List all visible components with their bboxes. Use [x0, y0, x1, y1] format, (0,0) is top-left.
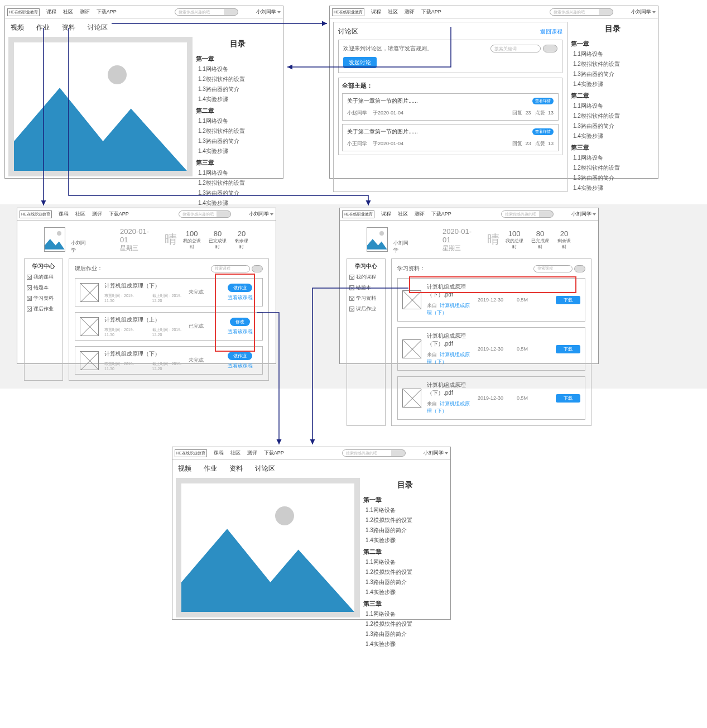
nav-courses[interactable]: 课程 — [59, 210, 69, 218]
toc-item[interactable]: 1.1网络设备 — [198, 117, 280, 125]
toc-item[interactable]: 1.4实验步骤 — [198, 147, 280, 155]
toc-item[interactable]: 1.4实验步骤 — [573, 132, 655, 140]
course-search-input[interactable]: 搜索课程 — [533, 265, 573, 272]
top-search[interactable]: 搜索你感兴趣的吧 — [550, 8, 613, 16]
view-course-link[interactable]: 查看该课程 — [222, 328, 258, 336]
search-button[interactable] — [391, 449, 406, 457]
top-search[interactable]: 搜索你感兴趣的吧 — [175, 8, 238, 16]
do-homework-button[interactable]: 做作业 — [228, 284, 252, 292]
nav-community[interactable]: 社区 — [388, 8, 398, 16]
toc-item[interactable]: 1.3路由器的简介 — [365, 526, 447, 534]
toc-item[interactable]: 1.3路由器的简介 — [198, 189, 280, 197]
view-detail-button[interactable]: 查看详情 — [532, 98, 554, 104]
video-placeholder[interactable] — [176, 478, 360, 617]
download-button[interactable]: 下载 — [556, 296, 580, 304]
toc-item[interactable]: 1.2模拟软件的设置 — [365, 620, 447, 628]
nav-courses[interactable]: 课程 — [214, 449, 224, 457]
toc-item[interactable]: 1.1网络设备 — [198, 169, 280, 177]
toc-item[interactable]: 1.2模拟软件的设置 — [198, 179, 280, 187]
toc-item[interactable]: 1.2模拟软件的设置 — [573, 60, 655, 68]
nav-download[interactable]: 下载APP — [109, 210, 129, 218]
nav-test[interactable]: 测评 — [415, 210, 425, 218]
nav-test[interactable]: 测评 — [247, 449, 257, 457]
toc-item[interactable]: 1.1网络设备 — [365, 558, 447, 566]
course-search[interactable]: 搜索课程 — [533, 265, 585, 272]
toc-item[interactable]: 1.4实验步骤 — [573, 184, 655, 192]
study-nav-item[interactable]: 学习资料 — [349, 295, 383, 302]
do-homework-button[interactable]: 修改 — [230, 318, 250, 326]
search-button[interactable] — [224, 8, 238, 16]
thread[interactable]: 关于第二章第一节的图片......查看详情 小王同学 于2020-01-04 回… — [342, 124, 559, 151]
nav-community[interactable]: 社区 — [230, 449, 241, 457]
toc-chapter-head[interactable]: 第二章 — [571, 92, 655, 100]
toc-chapter-head[interactable]: 第二章 — [196, 107, 280, 115]
study-nav-item[interactable]: 错题本 — [349, 284, 383, 291]
user-menu[interactable]: 小刘同学 — [256, 8, 281, 16]
toc-item[interactable]: 1.1网络设备 — [365, 610, 447, 618]
toc-chapter-head[interactable]: 第三章 — [196, 159, 280, 167]
toc-item[interactable]: 1.1网络设备 — [573, 50, 655, 58]
toc-chapter-head[interactable]: 第二章 — [363, 548, 447, 556]
toc-item[interactable]: 1.3路由器的简介 — [573, 70, 655, 78]
view-course-link[interactable]: 查看该课程 — [222, 362, 258, 370]
toc-item[interactable]: 1.2模拟软件的设置 — [198, 127, 280, 135]
course-search[interactable]: 搜索课程 — [211, 265, 263, 272]
search-input[interactable]: 搜索你感兴趣的吧 — [342, 449, 398, 457]
new-discuss-button[interactable]: 发起讨论 — [343, 57, 377, 68]
search-button[interactable] — [217, 210, 231, 218]
user-menu[interactable]: 小刘同学 — [631, 8, 656, 16]
study-nav-item[interactable]: 错题本 — [27, 284, 60, 291]
toc-item[interactable]: 1.3路由器的简介 — [365, 578, 447, 586]
toc-item[interactable]: 1.3路由器的简介 — [365, 630, 447, 638]
top-search[interactable]: 搜索你感兴趣的吧 — [342, 449, 406, 457]
top-search[interactable]: 搜索你感兴趣的吧 — [179, 210, 231, 218]
download-button[interactable]: 下载 — [556, 394, 580, 403]
toc-item[interactable]: 1.1网络设备 — [198, 65, 280, 73]
avatar[interactable] — [44, 227, 65, 252]
tab-materials[interactable]: 资料 — [229, 464, 243, 473]
user-menu[interactable]: 小刘同学 — [249, 210, 273, 218]
user-menu[interactable]: 小刘同学 — [424, 449, 448, 457]
nav-test[interactable]: 测评 — [92, 210, 102, 218]
toc-item[interactable]: 1.1网络设备 — [365, 506, 447, 514]
nav-test[interactable]: 测评 — [80, 8, 90, 16]
toc-item[interactable]: 1.2模拟软件的设置 — [365, 568, 447, 576]
search-button[interactable] — [599, 8, 613, 16]
toc-item[interactable]: 1.3路由器的简介 — [573, 122, 655, 130]
study-nav-item[interactable]: 课后作业 — [27, 305, 60, 313]
toc-item[interactable]: 1.1网络设备 — [573, 102, 655, 110]
discuss-search-input[interactable]: 搜索关键词 — [490, 45, 541, 52]
video-placeholder[interactable] — [8, 37, 193, 176]
toc-item[interactable]: 1.3路由器的简介 — [198, 137, 280, 145]
toc-item[interactable]: 1.3路由器的简介 — [198, 85, 280, 93]
course-search-input[interactable]: 搜索课程 — [211, 265, 250, 272]
discuss-search-button[interactable] — [543, 45, 557, 52]
nav-community[interactable]: 社区 — [63, 8, 73, 16]
nav-download[interactable]: 下载APP — [421, 8, 441, 16]
top-search[interactable]: 搜索你感兴趣的吧 — [501, 210, 554, 218]
toc-chapter-head[interactable]: 第三章 — [571, 143, 655, 152]
toc-item[interactable]: 1.4实验步骤 — [198, 199, 280, 207]
toc-chapter-head[interactable]: 第一章 — [196, 55, 280, 63]
tab-homework[interactable]: 作业 — [204, 464, 217, 473]
toc-item[interactable]: 1.4实验步骤 — [198, 95, 280, 103]
nav-download[interactable]: 下载APP — [264, 449, 284, 457]
thread[interactable]: 关于第一章第一节的图片......查看详情 小赵同学 于2020-01-04 回… — [342, 93, 559, 121]
avatar[interactable] — [367, 227, 388, 252]
tab-homework[interactable]: 作业 — [36, 23, 50, 32]
toc-item[interactable]: 1.4实验步骤 — [365, 537, 447, 544]
nav-courses[interactable]: 课程 — [381, 210, 391, 218]
nav-download[interactable]: 下载APP — [97, 8, 117, 16]
download-button[interactable]: 下载 — [556, 345, 580, 353]
search-input[interactable]: 搜索你感兴趣的吧 — [550, 8, 605, 16]
toc-item[interactable]: 1.4实验步骤 — [365, 640, 447, 648]
study-nav-item[interactable]: 课后作业 — [349, 305, 383, 313]
discuss-search[interactable]: 搜索关键词 — [490, 45, 557, 52]
study-nav-item[interactable]: 学习资料 — [27, 295, 60, 302]
nav-community[interactable]: 社区 — [398, 210, 408, 218]
user-menu[interactable]: 小刘同学 — [571, 210, 596, 218]
toc-item[interactable]: 1.2模拟软件的设置 — [573, 112, 655, 120]
tab-video[interactable]: 视频 — [178, 464, 191, 473]
nav-courses[interactable]: 课程 — [46, 8, 56, 16]
nav-test[interactable]: 测评 — [405, 8, 415, 16]
